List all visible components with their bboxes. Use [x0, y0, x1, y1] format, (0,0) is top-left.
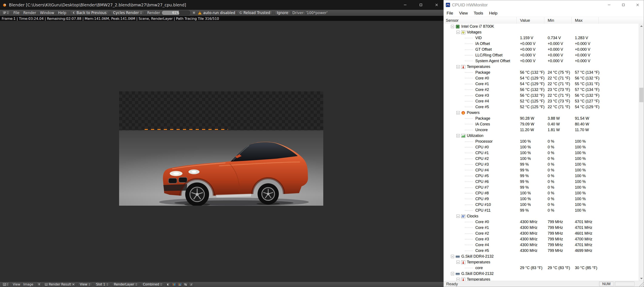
sensor-row[interactable]: Temperatures — [444, 276, 639, 281]
sensor-row[interactable]: Voltages — [444, 29, 639, 35]
sensor-row[interactable]: IA Cores 79.09 W 0.40 W 80.40 W — [444, 121, 639, 127]
sensor-row[interactable]: Core #2 4300 MHz 799 MHz 4601 MHz — [444, 231, 639, 236]
vertical-scrollbar[interactable] — [639, 24, 644, 281]
menu-item[interactable]: File — [12, 11, 21, 15]
menu-item[interactable]: View — [11, 282, 22, 286]
scroll-down-button[interactable] — [639, 276, 644, 281]
blender-titlebar[interactable]: Blender [C:\Users\KitGuru\Desktop\Blende… — [0, 0, 444, 10]
sensor-row[interactable]: Powers — [444, 110, 639, 116]
collapse-toggle[interactable] — [456, 65, 460, 68]
hwmonitor-minimize-button[interactable] — [603, 0, 615, 10]
column-header-max[interactable]: Max — [572, 17, 599, 24]
channel-rgb-button[interactable] — [172, 282, 176, 286]
sensor-row[interactable]: CPU #10 100 % 0 % 100 % — [444, 202, 639, 208]
scroll-thumb[interactable] — [639, 88, 643, 102]
sensor-row[interactable]: Core #1 4300 MHz 799 MHz 4701 MHz — [444, 225, 639, 231]
menu-item[interactable]: Tools — [471, 10, 486, 17]
column-header-min[interactable]: Min — [544, 17, 572, 24]
editor-type-button[interactable] — [2, 282, 10, 287]
sensor-row[interactable]: Core #2 56 °C (132 °F) 23 °C (73 °F) 57 … — [444, 87, 639, 93]
view-mode-dropdown[interactable]: View — [78, 282, 92, 286]
sensor-row[interactable]: Clocks — [444, 213, 639, 219]
resize-grip[interactable] — [639, 282, 644, 286]
sensor-row[interactable]: Temperatures — [444, 64, 639, 70]
channel-z-button[interactable] — [189, 282, 194, 286]
sensor-row[interactable]: G.Skill DDR4-2132 — [444, 271, 639, 276]
menu-item[interactable]: Window — [38, 11, 56, 15]
sensor-row[interactable]: VID 1.159 V 0.734 V 1.283 V — [444, 35, 639, 41]
sensor-row[interactable]: Core #5 4300 MHz 799 MHz 4699 MHz — [444, 248, 639, 253]
slot-dropdown[interactable]: Slot 1 — [94, 282, 110, 286]
menu-item[interactable]: Render — [21, 11, 38, 15]
image-datablock-selector[interactable]: Render Result — [44, 282, 76, 286]
sensor-row[interactable]: CPU #2 100 % 0 % 100 % — [444, 156, 639, 162]
blender-minimize-button[interactable] — [398, 0, 412, 10]
blender-close-button[interactable] — [430, 0, 444, 10]
sensor-row[interactable]: Core #4 52 °C (125 °F) 23 °C (73 °F) 53 … — [444, 98, 639, 104]
column-header-sensor[interactable]: Sensor — [444, 17, 516, 24]
collapse-toggle[interactable] — [456, 134, 460, 137]
render-engine-dropdown[interactable]: Cycles Render — [110, 10, 144, 15]
sensor-row[interactable]: Package 90.28 W 3.88 W 91.54 W — [444, 116, 639, 121]
hwmonitor-titlebar[interactable]: CPUID HWMonitor — [444, 0, 644, 10]
sensor-row[interactable]: CPU #6 99 % 0 % 100 % — [444, 179, 639, 185]
sensor-row[interactable]: CPU #0 100 % 0 % 100 % — [444, 144, 639, 150]
collapse-toggle[interactable] — [456, 278, 460, 281]
sensor-row[interactable]: GT Offset +0.000 V +0.000 V +0.000 V — [444, 47, 639, 52]
menu-item[interactable]: File — [444, 10, 456, 17]
sensor-row[interactable]: Core #1 54 °C (129 °F) 22 °C (71 °F) 55 … — [444, 81, 639, 87]
render-pass-dropdown[interactable]: Combined — [141, 282, 164, 286]
sensor-row[interactable]: Package 56 °C (132 °F) 24 °C (75 °F) 57 … — [444, 70, 639, 75]
editor-type-button[interactable] — [2, 10, 10, 15]
sensor-row[interactable]: CPU #7 99 % 0 % 100 % — [444, 185, 639, 190]
collapse-toggle[interactable] — [456, 31, 460, 34]
back-to-previous-button[interactable]: Back to Previous — [70, 10, 109, 15]
collapse-toggle[interactable] — [451, 255, 454, 258]
sensor-row[interactable]: Utilization — [444, 133, 639, 139]
render-layer-dropdown[interactable]: RenderLayer — [112, 282, 139, 286]
collapse-toggle[interactable] — [451, 272, 454, 275]
sensor-row[interactable]: Core #5 52 °C (125 °F) 22 °C (71 °F) 54 … — [444, 104, 639, 110]
sensor-row[interactable]: CPU #4 99 % 0 % 100 % — [444, 167, 639, 173]
sensor-row[interactable]: G.Skill DDR4-2132 — [444, 253, 639, 259]
menu-item[interactable]: Help — [486, 10, 500, 17]
collapse-toggle[interactable] — [456, 260, 460, 264]
sensor-row[interactable]: CPU #1 100 % 0 % 100 % — [444, 150, 639, 156]
reload-trusted-button[interactable]: Reload Trusted — [237, 10, 273, 15]
unlink-image-button[interactable] — [72, 282, 74, 286]
collapse-toggle[interactable] — [451, 25, 454, 28]
menu-item[interactable]: View — [456, 10, 471, 17]
sensor-row[interactable]: CPU #5 99 % 0 % 100 % — [444, 173, 639, 179]
channel-alpha-button[interactable] — [183, 282, 188, 286]
sensor-row[interactable]: CPU #9 100 % 0 % 100 % — [444, 196, 639, 202]
sensor-row[interactable]: Intel Core i7 8700K — [444, 24, 639, 29]
sensor-row[interactable]: CPU #3 99 % 0 % 100 % — [444, 162, 639, 167]
sensor-row[interactable]: IA Offset +0.000 V +0.000 V +0.000 V — [444, 41, 639, 47]
collapse-toggle[interactable] — [456, 215, 460, 218]
hwmonitor-close-button[interactable] — [632, 0, 644, 10]
sensor-row[interactable]: core 29 °C (83 °F) 29 °C (83 °F) 30 °C (… — [444, 265, 639, 271]
menu-item[interactable]: Help — [56, 11, 68, 15]
sensor-row[interactable]: CPU #8 100 % 0 % 100 % — [444, 190, 639, 196]
sensor-row[interactable]: Core #0 4300 MHz 799 MHz 4701 MHz — [444, 219, 639, 225]
scroll-up-button[interactable] — [639, 24, 644, 29]
sensor-row[interactable]: Core #4 4300 MHz 799 MHz 4701 MHz — [444, 242, 639, 248]
sensor-row[interactable]: Core #3 56 °C (132 °F) 22 °C (71 °F) 56 … — [444, 93, 639, 98]
image-editor-viewport[interactable] — [0, 21, 444, 282]
sensor-row[interactable]: Temperatures — [444, 259, 639, 265]
blender-maximize-button[interactable] — [414, 0, 428, 10]
channel-bw-button[interactable] — [166, 282, 171, 286]
menu-item[interactable]: Image — [22, 282, 35, 286]
ignore-button[interactable]: Ignore — [274, 10, 291, 15]
sensor-row[interactable]: LLC/Ring Offset +0.000 V +0.000 V +0.000… — [444, 52, 639, 58]
sensor-row[interactable]: System Agent Offset +0.000 V +0.000 V +0… — [444, 58, 639, 64]
collapse-toggle[interactable] — [456, 111, 460, 114]
hwmonitor-maximize-button[interactable] — [617, 0, 630, 10]
sensor-row[interactable]: Core #3 4300 MHz 799 MHz 4700 MHz — [444, 236, 639, 242]
pin-icon-button[interactable] — [36, 282, 42, 287]
sensor-row[interactable]: Uncore 11.20 W 1.81 W 11.70 W — [444, 127, 639, 133]
channel-rgba-button[interactable] — [177, 282, 182, 286]
column-header-value[interactable]: Value — [516, 17, 544, 24]
sensor-row[interactable]: Core #0 54 °C (129 °F) 22 °C (71 °F) 56 … — [444, 75, 639, 81]
sensor-row[interactable]: Processor 100 % 0 % 100 % — [444, 139, 639, 144]
